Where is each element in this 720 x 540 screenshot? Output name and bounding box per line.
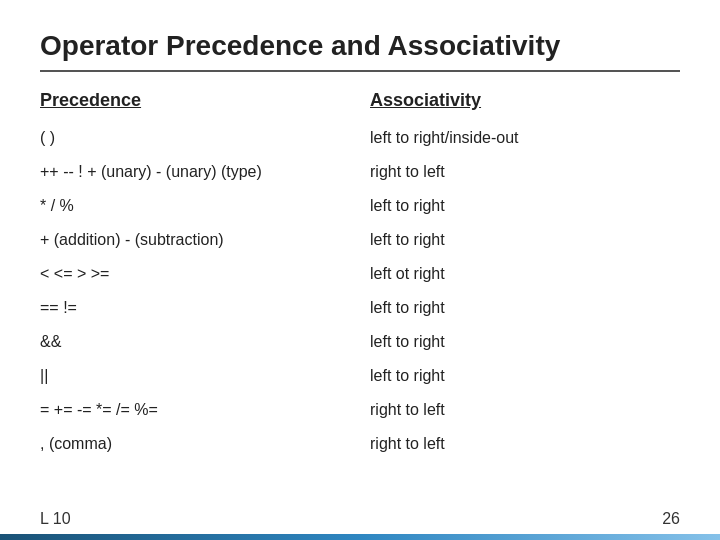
col-associativity: Associativity left to right/inside-out r… [350, 90, 680, 461]
list-item: left to right [370, 189, 680, 223]
list-item: && [40, 325, 350, 359]
list-item: left to right/inside-out [370, 121, 680, 155]
slide: Operator Precedence and Associativity Pr… [0, 0, 720, 540]
footer: L 10 26 [40, 510, 680, 528]
list-item: right to left [370, 427, 680, 461]
bottom-bar [0, 534, 720, 540]
associativity-header: Associativity [370, 90, 680, 111]
list-item: right to left [370, 393, 680, 427]
list-item: , (comma) [40, 427, 350, 461]
footer-right: 26 [662, 510, 680, 528]
list-item: = += -= *= /= %= [40, 393, 350, 427]
list-item: ++ -- ! + (unary) - (unary) (type) [40, 155, 350, 189]
content-area: Precedence ( ) ++ -- ! + (unary) - (unar… [40, 90, 680, 461]
list-item: + (addition) - (subtraction) [40, 223, 350, 257]
list-item: left to right [370, 325, 680, 359]
list-item: ( ) [40, 121, 350, 155]
precedence-header: Precedence [40, 90, 350, 111]
list-item: * / % [40, 189, 350, 223]
list-item: || [40, 359, 350, 393]
list-item: < <= > >= [40, 257, 350, 291]
list-item: left to right [370, 359, 680, 393]
list-item: left to right [370, 291, 680, 325]
slide-title: Operator Precedence and Associativity [40, 30, 680, 72]
footer-left: L 10 [40, 510, 71, 528]
list-item: == != [40, 291, 350, 325]
list-item: left ot right [370, 257, 680, 291]
list-item: left to right [370, 223, 680, 257]
col-precedence: Precedence ( ) ++ -- ! + (unary) - (unar… [40, 90, 350, 461]
list-item: right to left [370, 155, 680, 189]
